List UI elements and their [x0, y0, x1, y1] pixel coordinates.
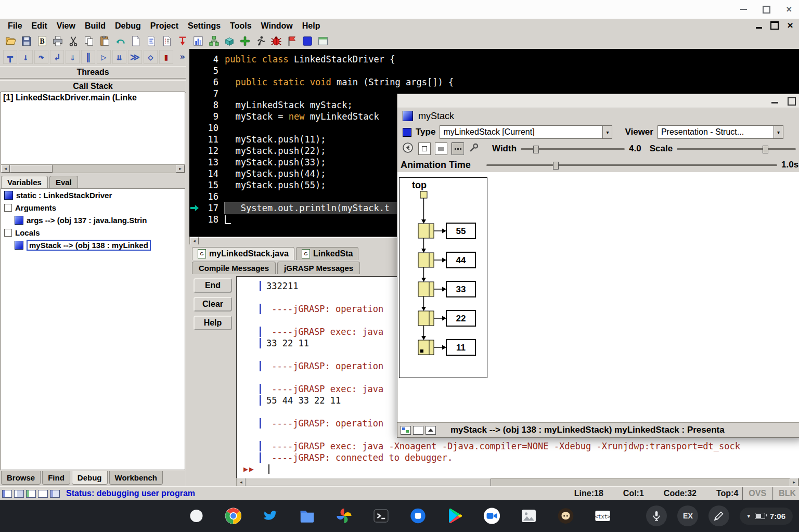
scroll-thumb[interactable]	[199, 237, 418, 245]
layout-box-toggle[interactable]	[418, 142, 431, 155]
scroll-thumb[interactable]	[10, 165, 53, 173]
package-icon[interactable]	[223, 34, 236, 48]
menu-view[interactable]: View	[52, 20, 80, 32]
viewer-mode-icon[interactable]	[401, 426, 411, 435]
object-icon[interactable]	[4, 191, 13, 200]
terminal-icon[interactable]	[371, 505, 392, 526]
pen-icon[interactable]	[708, 505, 729, 526]
desktop-button-icon[interactable]	[26, 490, 36, 498]
print-icon[interactable]	[51, 34, 64, 48]
flag-icon[interactable]	[285, 34, 298, 48]
doc-new-icon[interactable]	[129, 34, 142, 48]
doc-csd-icon[interactable]	[145, 34, 158, 48]
tree-item[interactable]: args --> (obj 137 : java.lang.Strin	[1, 214, 185, 226]
tab-variables[interactable]: Variables	[1, 176, 48, 188]
menu-file[interactable]: File	[3, 20, 27, 32]
pause-icon[interactable]: ∥	[81, 50, 95, 64]
mic-icon[interactable]	[646, 505, 667, 526]
layout-wide-toggle[interactable]	[435, 142, 447, 155]
object-icon[interactable]	[15, 241, 23, 250]
launcher-icon[interactable]	[186, 505, 207, 526]
desktop-button-icon[interactable]	[14, 490, 24, 498]
viewer-mode-icon[interactable]	[413, 426, 423, 435]
tree-item[interactable]: static : LinkedStackDriver	[1, 189, 185, 201]
tree-item[interactable]: Arguments	[1, 201, 185, 214]
width-slider[interactable]	[521, 148, 625, 150]
window-icon-icon[interactable]	[316, 34, 329, 48]
scroll-thumb[interactable]	[246, 478, 491, 486]
menu-build[interactable]: Build	[80, 20, 110, 32]
expand-box-icon[interactable]	[4, 229, 12, 237]
animation-time-slider[interactable]	[486, 164, 777, 166]
tab-browse[interactable]: Browse	[1, 471, 41, 485]
call-stack-scrollbar[interactable]: ◂ ▸	[1, 164, 185, 173]
photos-icon[interactable]	[334, 505, 355, 526]
paste-icon[interactable]	[98, 34, 111, 48]
jgrasp-maximize-icon[interactable]	[769, 20, 780, 31]
step-in-icon[interactable]: ↲	[50, 50, 64, 64]
auto-step-icon[interactable]: ⇊	[112, 50, 126, 64]
menu-settings[interactable]: Settings	[183, 20, 225, 32]
csd-arrow-icon[interactable]	[176, 34, 189, 48]
help-button[interactable]: Help	[194, 316, 232, 330]
viewer-titlebar[interactable]	[397, 94, 799, 108]
cut-icon[interactable]	[67, 34, 80, 48]
stop-icon[interactable]: ▮	[159, 50, 173, 64]
layout-dots-toggle[interactable]	[452, 142, 464, 155]
viewer-minimize-icon[interactable]	[771, 102, 778, 103]
chrome-icon[interactable]	[223, 505, 244, 526]
scale-slider[interactable]	[677, 148, 796, 150]
twitter-icon[interactable]	[260, 505, 281, 526]
run-to-cursor-icon[interactable]: ◇	[144, 50, 158, 64]
menu-tools[interactable]: Tools	[225, 20, 256, 32]
code-line-6[interactable]: 6 public static void main (String args[]…	[189, 76, 799, 88]
window-minimize-icon[interactable]	[740, 9, 747, 10]
files-icon[interactable]	[297, 505, 318, 526]
viewer-mode-icon[interactable]	[426, 426, 436, 435]
console-prompt[interactable]: ▶▶	[237, 463, 799, 475]
compile-icon[interactable]: B	[35, 34, 48, 48]
save-icon[interactable]	[20, 34, 33, 48]
debug-bug-icon[interactable]	[269, 34, 282, 48]
file-tab[interactable]: GmyLinkedStack.java	[192, 247, 294, 260]
viewer-back-icon[interactable]	[402, 141, 414, 156]
face-icon[interactable]	[556, 505, 576, 526]
scroll-right-icon[interactable]: ▸	[176, 165, 185, 173]
auto-resume-icon[interactable]: ≫	[128, 50, 142, 64]
jgrasp-minimize-icon[interactable]	[753, 20, 765, 31]
file-tab[interactable]: GLinkedSta	[296, 247, 358, 260]
undo-icon[interactable]	[113, 34, 126, 48]
plus-icon[interactable]	[238, 34, 251, 48]
tab-jgrasp-messages[interactable]: jGRASP Messages	[277, 262, 360, 274]
viewer-maximize-icon[interactable]	[788, 97, 796, 106]
menu-edit[interactable]: Edit	[27, 20, 52, 32]
menu-project[interactable]: Project	[146, 20, 183, 32]
threads-header[interactable]: Threads	[0, 66, 186, 79]
tab-eval[interactable]: Eval	[49, 176, 78, 188]
code-line-4[interactable]: 4public class LinkedStackDriver {	[189, 54, 799, 65]
step-over-icon[interactable]: ↷	[34, 50, 48, 64]
tree-icon[interactable]	[207, 34, 220, 48]
resume-icon[interactable]: ▷	[97, 50, 111, 64]
chevron-down-icon[interactable]: ▾	[774, 126, 783, 138]
gallery-icon[interactable]	[519, 505, 539, 526]
camera-icon[interactable]	[482, 505, 502, 526]
desktop-button-icon[interactable]	[38, 490, 48, 498]
jgrasp-close-icon[interactable]: ×	[784, 20, 796, 31]
ex-badge[interactable]: EX	[677, 505, 698, 526]
step-out-icon[interactable]: ⇓	[66, 50, 80, 64]
tree-item[interactable]: myStack --> (obj 138 : myLinked	[1, 239, 185, 251]
canvas-icon[interactable]	[408, 505, 429, 526]
console-scrollbar[interactable]: ◂ ▸	[236, 478, 799, 487]
window-restore-icon[interactable]	[763, 6, 770, 14]
type-dropdown[interactable]: myLinkedStack [Current] ▾	[440, 125, 612, 139]
end-button[interactable]: End	[194, 278, 232, 293]
tree-item[interactable]: Locals	[1, 226, 185, 239]
object-icon[interactable]	[15, 216, 23, 225]
chart-icon[interactable]	[191, 34, 204, 48]
menu-debug[interactable]: Debug	[110, 20, 146, 32]
blue-square-icon[interactable]	[301, 34, 314, 48]
system-tray[interactable]: ▾ 7:06	[740, 508, 793, 525]
desktop-button-icon[interactable]	[50, 490, 60, 498]
expand-box-icon[interactable]	[4, 204, 12, 212]
